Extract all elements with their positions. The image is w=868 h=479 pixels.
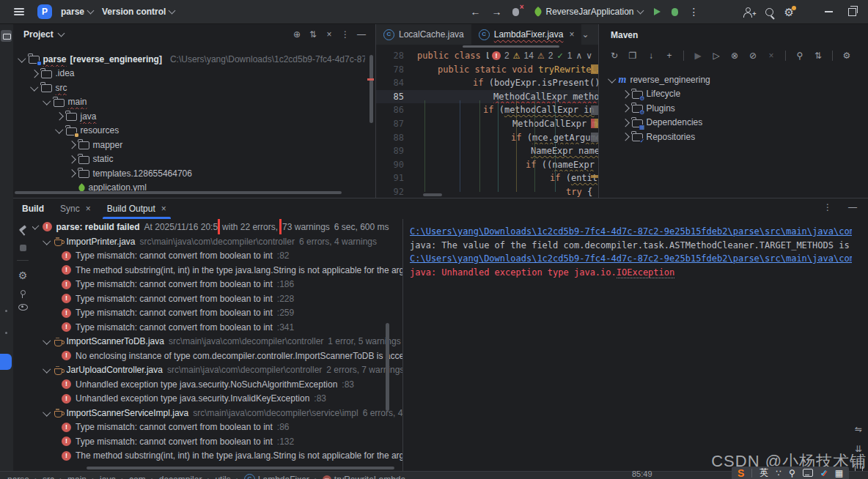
tab-localcache[interactable]: LocalCache.java bbox=[376, 24, 471, 45]
project-tree-item[interactable]: src bbox=[13, 81, 365, 95]
run-configuration-selector[interactable]: ReverseJarApplication bbox=[534, 7, 642, 17]
breadcrumb-item[interactable]: java bbox=[100, 475, 116, 479]
reload-project-icon[interactable]: ❐ bbox=[626, 51, 639, 61]
project-tree-item[interactable]: .idea bbox=[13, 67, 365, 81]
ime-punctuation-icon[interactable]: ∵ bbox=[776, 468, 781, 478]
maven-tree-item[interactable]: mreverse_engineering bbox=[599, 73, 868, 87]
breadcrumb-item[interactable]: utils bbox=[215, 475, 230, 479]
build-settings-gear-icon[interactable]: ⚙ bbox=[18, 270, 28, 281]
project-tree-item[interactable]: main bbox=[13, 95, 365, 110]
ime-keyboard-icon[interactable] bbox=[803, 469, 813, 477]
maven-tree-item[interactable]: Repositories bbox=[599, 130, 868, 144]
close-tab-icon[interactable]: × bbox=[161, 204, 166, 214]
maven-tree-item[interactable]: Lifecycle bbox=[599, 87, 868, 102]
version-control-menu[interactable]: Version control bbox=[102, 7, 174, 17]
skip-tests-mode-icon[interactable]: ⊘ bbox=[746, 51, 760, 61]
add-maven-project-icon[interactable]: + bbox=[663, 51, 676, 61]
settings-gear-icon[interactable]: ⚙ bbox=[784, 7, 794, 18]
code-with-me-icon[interactable]: + bbox=[743, 7, 754, 17]
chevron-icon[interactable] bbox=[55, 125, 63, 133]
show-dependency-analyzer-icon[interactable]: ⇅ bbox=[812, 51, 825, 61]
console-line[interactable]: java: The value of the field com.decompi… bbox=[410, 239, 852, 253]
console-line[interactable]: java: Unhandled exception type java.io.I… bbox=[410, 266, 852, 280]
minimize-button[interactable] bbox=[825, 11, 833, 12]
build-error-row[interactable]: No enclosing instance of type com.decomp… bbox=[32, 349, 402, 363]
build-file-row[interactable]: ImportPrinter.javasrc\main\java\com\deco… bbox=[32, 234, 402, 249]
more-options-icon[interactable]: ⋮ bbox=[339, 29, 352, 40]
build-error-row[interactable]: Type mismatch: cannot convert from boole… bbox=[32, 306, 402, 321]
breadcrumb-item[interactable]: decompiler bbox=[159, 475, 202, 479]
view-options-eye-icon[interactable] bbox=[18, 304, 28, 311]
chevron-icon[interactable] bbox=[67, 169, 76, 177]
inspection-widget[interactable]: 2 ⚠14 ⚠2 ✓1 ∧ ∨ bbox=[489, 51, 595, 61]
hide-panel-icon[interactable]: — bbox=[355, 29, 368, 40]
next-problem-icon[interactable]: ∨ bbox=[586, 51, 592, 61]
build-error-row[interactable]: Type mismatch: cannot convert from boole… bbox=[32, 320, 402, 335]
project-selector[interactable]: parse bbox=[61, 7, 93, 17]
project-tree-item[interactable]: java bbox=[13, 109, 365, 124]
project-tree-item[interactable]: parse [reverse_engineering]C:\Users\yang… bbox=[13, 52, 365, 67]
build-error-row[interactable]: The method substring(int, int) in the ty… bbox=[32, 263, 402, 278]
more-options-icon[interactable]: ⋮ bbox=[821, 202, 834, 212]
tabbar-scrollbar[interactable] bbox=[463, 45, 559, 48]
project-panel-title[interactable]: Project bbox=[23, 29, 54, 40]
chevron-icon[interactable] bbox=[621, 133, 629, 141]
main-menu-icon[interactable] bbox=[14, 6, 24, 17]
chevron-icon[interactable] bbox=[43, 97, 51, 105]
stop-failed-run-icon[interactable] bbox=[512, 8, 519, 16]
stop-icon[interactable]: × bbox=[765, 51, 778, 61]
debug-button[interactable] bbox=[672, 8, 678, 16]
project-tree-item[interactable]: mapper bbox=[13, 138, 365, 152]
vertical-scrollbar[interactable] bbox=[369, 55, 373, 123]
ime-voice-icon[interactable]: ⚲ bbox=[789, 468, 795, 478]
build-horizontal-scrollbar[interactable] bbox=[87, 467, 394, 469]
build-error-row[interactable]: Type mismatch: cannot convert from boole… bbox=[32, 249, 402, 264]
more-actions-icon[interactable]: ⋮ bbox=[689, 6, 699, 18]
tab-lambdafixer[interactable]: LambdaFixer.java × bbox=[471, 24, 582, 45]
breadcrumb-item[interactable]: src bbox=[43, 475, 54, 479]
build-console[interactable]: C:\Users\yang\Downloads\1c2cd5b9-7fc4-4d… bbox=[407, 219, 852, 474]
code-line[interactable]: 78public static void tryRewriteLamb bbox=[376, 63, 598, 77]
close-tab-icon[interactable]: × bbox=[569, 29, 574, 40]
panel-splitter[interactable] bbox=[402, 219, 403, 472]
back-button[interactable]: ← bbox=[470, 6, 480, 18]
chevron-icon[interactable] bbox=[18, 54, 26, 62]
chevron-icon[interactable] bbox=[43, 336, 51, 344]
console-exception-link[interactable]: IOException bbox=[617, 267, 674, 278]
chevron-icon[interactable] bbox=[67, 141, 76, 149]
project-tree-item[interactable]: resources bbox=[13, 124, 365, 138]
project-tree-item[interactable]: static bbox=[13, 152, 365, 167]
ime-engine-icon[interactable]: S bbox=[738, 467, 744, 479]
pin-tab-icon[interactable] bbox=[21, 290, 26, 295]
toggle-offline-mode-icon[interactable]: ⊗ bbox=[728, 51, 741, 61]
code-line[interactable]: 84if (bodyExpr.isPresent()) bbox=[376, 76, 598, 90]
chevron-icon[interactable] bbox=[43, 408, 51, 416]
chevron-icon[interactable] bbox=[621, 119, 629, 127]
build-summary-row[interactable]: parse: rebuild failed At 2025/11/16 20:5… bbox=[32, 219, 402, 234]
chevron-icon[interactable] bbox=[32, 222, 39, 230]
chevron-icon[interactable] bbox=[43, 365, 51, 373]
code-line[interactable]: 91if (entit bbox=[376, 171, 598, 185]
breadcrumb-item[interactable]: LambdaFixer bbox=[244, 474, 309, 479]
locate-file-icon[interactable]: ⊕ bbox=[290, 29, 304, 40]
build-file-row[interactable]: ImportScannerToDB.javasrc\main\java\com\… bbox=[32, 335, 402, 349]
ime-toolbar[interactable]: S 英 ∵ ⚲ ✓ ▦ bbox=[732, 467, 849, 479]
ime-menu-grid-icon[interactable]: ▦ bbox=[835, 468, 843, 478]
build-toolwindow-icon[interactable] bbox=[0, 354, 12, 370]
chevron-icon[interactable] bbox=[30, 70, 38, 78]
ime-skin-icon[interactable]: ✓ bbox=[820, 468, 828, 478]
execute-maven-goal-icon[interactable]: ▷ bbox=[710, 51, 723, 61]
restore-window-button[interactable] bbox=[848, 8, 856, 16]
build-error-row[interactable]: Type mismatch: cannot convert from boole… bbox=[32, 434, 402, 449]
project-badge[interactable]: P bbox=[37, 4, 52, 19]
console-file-link[interactable]: C:\Users\yang\Downloads\1c2cd5b9-7fc4-4d… bbox=[410, 226, 852, 237]
maven-tree-item[interactable]: Plugins bbox=[599, 101, 868, 116]
sync-all-maven-projects-icon[interactable]: ↻ bbox=[608, 51, 621, 61]
build-file-row[interactable]: ImportScannerServiceImpl.javasrc\main\ja… bbox=[32, 406, 402, 420]
code-line[interactable]: 90if ((nameExpr bbox=[376, 158, 598, 172]
tab-build-output[interactable]: Build Output × bbox=[107, 198, 166, 219]
stop-build-icon[interactable] bbox=[20, 245, 26, 251]
caret-position[interactable]: 85:49 bbox=[632, 469, 652, 478]
console-line[interactable]: C:\Users\yang\Downloads\1c2cd5b9-7fc4-4d… bbox=[410, 252, 852, 266]
hide-panel-icon[interactable]: — bbox=[846, 202, 859, 212]
